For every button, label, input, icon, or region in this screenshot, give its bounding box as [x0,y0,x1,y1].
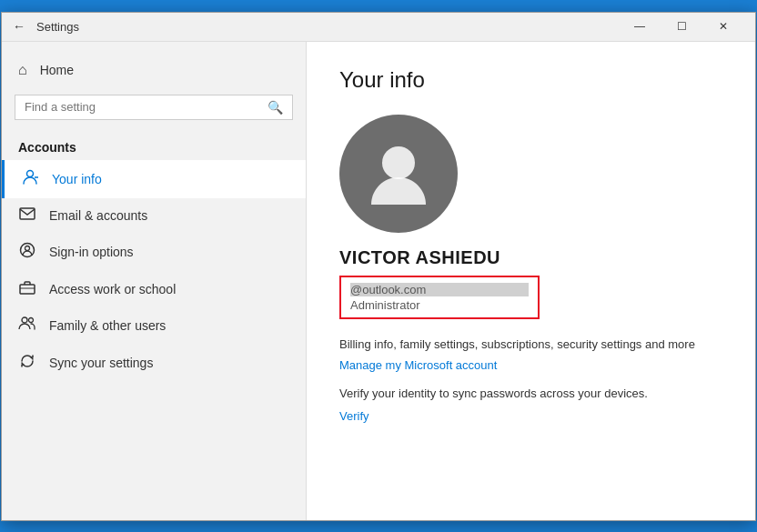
sidebar-home-label: Home [40,63,74,77]
search-icon: 🔍 [267,100,283,115]
sidebar-item-label-your-info: Your info [52,172,102,186]
svg-point-9 [382,146,415,179]
manage-account-link[interactable]: Manage my Microsoft account [339,358,722,372]
sidebar-item-label-sync: Sync your settings [49,356,153,370]
user-info-icon [21,169,39,189]
billing-text: Billing info, family settings, subscript… [339,337,722,351]
svg-rect-5 [20,285,35,294]
page-title: Your info [339,67,722,93]
svg-point-0 [27,170,34,176]
family-icon [18,316,36,335]
sidebar-item-email-accounts[interactable]: Email & accounts [2,198,306,233]
user-email: @outlook.com [350,283,529,296]
search-box: 🔍 [15,95,293,120]
sidebar-section-title: Accounts [2,127,306,160]
minimize-button[interactable]: — [619,12,661,41]
sidebar-item-sync[interactable]: Sync your settings [2,344,306,382]
svg-rect-2 [20,208,35,219]
main-content: Your info VICTOR ASHIEDU @outlook.com Ad… [307,42,755,520]
verify-link[interactable]: Verify [339,409,369,423]
window-content: ⌂ Home 🔍 Accounts Your info [2,42,755,520]
settings-window: ← Settings — ☐ ✕ ⌂ Home 🔍 Accounts [1,12,756,521]
sidebar: ⌂ Home 🔍 Accounts Your info [2,42,307,520]
svg-point-8 [29,317,34,322]
maximize-button[interactable]: ☐ [661,12,702,41]
sidebar-item-sign-in[interactable]: Sign-in options [2,233,306,271]
email-icon [18,207,36,224]
sidebar-item-work-school[interactable]: Access work or school [2,271,306,307]
work-icon [18,280,36,298]
avatar-section: VICTOR ASHIEDU @outlook.com Administrato… [339,115,722,323]
avatar-icon [362,137,435,210]
sidebar-item-label-email: Email & accounts [49,208,147,223]
avatar [339,115,458,233]
sidebar-item-your-info[interactable]: Your info [2,160,306,198]
svg-point-4 [25,246,30,250]
search-input[interactable] [25,100,267,114]
window-controls: — ☐ ✕ [619,12,744,41]
titlebar: ← Settings — ☐ ✕ [2,13,755,42]
user-name: VICTOR ASHIEDU [339,247,500,268]
signin-icon [18,242,36,262]
sidebar-item-home[interactable]: ⌂ Home [2,53,306,87]
sync-icon [18,353,36,373]
back-button[interactable]: ← [13,19,25,34]
user-role: Administrator [350,298,529,312]
sidebar-item-family-users[interactable]: Family & other users [2,307,306,344]
home-icon: ⌂ [18,62,27,78]
verify-text: Verify your identity to sync passwords a… [339,386,722,400]
close-button[interactable]: ✕ [702,12,744,41]
sidebar-item-label-work: Access work or school [49,282,176,296]
user-info-box: @outlook.com Administrator [339,276,540,319]
window-title: Settings [36,20,619,34]
sidebar-item-label-signin: Sign-in options [49,245,134,259]
sidebar-item-label-family: Family & other users [49,318,166,333]
svg-point-7 [22,317,27,323]
